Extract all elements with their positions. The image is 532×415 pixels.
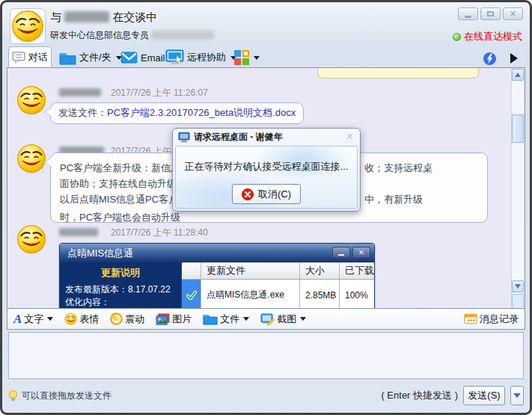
envelope-icon: [120, 52, 138, 64]
emoji-icon: [64, 313, 77, 325]
scroll-down-button[interactable]: [512, 280, 524, 292]
mis-close-button[interactable]: ✕: [352, 247, 370, 258]
redacted-signature: [151, 31, 214, 40]
toolbar-apps-button[interactable]: [234, 48, 260, 67]
mis-table-header: 更新文件 大小 已下载: [182, 262, 374, 280]
mis-window-title: 点晴MIS信息通: [67, 247, 133, 260]
folder-icon: [59, 51, 76, 65]
redacted-contact-name: [64, 11, 109, 22]
update-file-name: 点晴MIS信息通.exe: [201, 280, 300, 309]
message-history-button[interactable]: 消息记录: [464, 313, 519, 326]
scroll-up-button[interactable]: [512, 69, 524, 81]
dialog-close-button[interactable]: ✕: [346, 131, 354, 142]
mis-window-controls: ✕: [332, 247, 370, 258]
lightbulb-icon: [8, 390, 18, 402]
tab-chat[interactable]: 对话: [8, 46, 52, 68]
font-icon: A: [13, 313, 22, 325]
chevron-down-icon: [513, 393, 521, 398]
close-icon: ✕: [358, 249, 364, 256]
minimize-icon: [465, 16, 471, 18]
cancel-x-icon: [242, 188, 254, 200]
emoji-button[interactable]: 表情: [64, 313, 99, 326]
minimize-button[interactable]: [458, 7, 478, 20]
remote-desktop-icon: [165, 49, 184, 66]
history-icon: [464, 313, 477, 325]
cancel-button[interactable]: 取消(C): [232, 184, 301, 204]
screenshot-icon: [260, 313, 275, 325]
dialog-title-bar[interactable]: 请求远程桌面 - 谢健年 ✕: [173, 129, 360, 146]
chevron-down-icon: [254, 56, 260, 60]
quick-action-icon[interactable]: [483, 52, 497, 66]
message-input-area[interactable]: [8, 332, 524, 379]
toolbar-remote-assist-button[interactable]: 远程协助: [165, 48, 236, 67]
chevron-down-icon: [47, 317, 53, 321]
check-icon: [186, 291, 197, 300]
chevron-down-icon: [300, 317, 306, 321]
smiley-avatar-icon: [11, 10, 44, 43]
update-downloaded-pct: 100%: [340, 280, 374, 309]
send-button[interactable]: 发送(S): [463, 386, 505, 405]
folder-icon: [203, 313, 218, 325]
font-button[interactable]: A 文字: [13, 313, 53, 326]
scrollbar-thumb[interactable]: [512, 114, 524, 143]
nudge-icon: [110, 313, 123, 325]
close-icon: ✕: [346, 131, 354, 142]
mis-title-bar[interactable]: 点晴MIS信息通 ✕: [60, 244, 374, 262]
app-grid-icon: [234, 50, 249, 65]
mis-download-table: 更新文件 大小 已下载 点晴MIS信息通.exe 2.85MB: [181, 262, 374, 309]
bubble-tail: [45, 108, 51, 116]
message-text: 发送文件：: [58, 107, 107, 118]
window-title: 与 在交谈中: [50, 10, 157, 25]
mis-version-line: 发布最新版本：8.17.07.22: [65, 283, 176, 296]
drag-drop-hint: 可以直接拖放发送文件: [8, 390, 111, 402]
redacted-sender-name: [59, 88, 101, 96]
enter-shortcut-hint: ( Enter 快捷发送 ): [381, 389, 458, 402]
footer-bar: 可以直接拖放发送文件 ( Enter 快捷发送 ) 发送(S): [2, 381, 530, 411]
dialog-body: 正在等待对方确认接受远程桌面连接... 取消(C): [175, 146, 358, 209]
chat-scrollbar[interactable]: [511, 69, 524, 309]
send-options-button[interactable]: [510, 386, 524, 405]
online-mode-label: 在线直达模式: [464, 30, 522, 43]
file-button[interactable]: 文件: [203, 313, 249, 326]
mis-release-notes: 更新说明 发布最新版本：8.17.07.22 优化内容：: [60, 262, 181, 309]
arrow-up-icon: [515, 73, 521, 77]
image-icon: [156, 313, 170, 325]
expand-panel-arrow[interactable]: [510, 53, 518, 64]
table-row[interactable]: 点晴MIS信息通.exe 2.85MB 100%: [182, 280, 374, 309]
scrollbar-track-end: [512, 294, 524, 309]
selected-check-cell: [182, 280, 201, 309]
bubble-tail: [45, 159, 51, 166]
sender-avatar[interactable]: [16, 85, 46, 115]
message-line: 时，PC客户端也会自动升级: [60, 209, 478, 225]
window-controls: ✕: [458, 7, 523, 20]
send-controls: ( Enter 快捷发送 ) 发送(S): [381, 386, 524, 405]
chevron-down-icon: [243, 317, 249, 321]
toolbar-files-button[interactable]: 文件/夹: [59, 48, 122, 67]
redacted-sender-name: [59, 228, 98, 236]
monitor-icon: [178, 132, 190, 143]
maximize-button[interactable]: [480, 7, 501, 20]
nudge-button[interactable]: 震动: [110, 313, 144, 326]
sender-avatar[interactable]: [16, 224, 46, 254]
speech-bubble-icon: [12, 52, 25, 64]
sender-avatar[interactable]: [16, 144, 46, 173]
contact-avatar[interactable]: [10, 8, 46, 44]
mis-notes-heading: 更新说明: [65, 266, 176, 280]
toolbar-email-button[interactable]: Email: [120, 48, 165, 67]
close-icon: ✕: [510, 10, 516, 18]
mis-body: 更新说明 发布最新版本：8.17.07.22 优化内容： 更新文件 大小 已下载: [60, 262, 374, 309]
screenshot-button[interactable]: 截图: [260, 313, 306, 326]
sent-file-link[interactable]: PC客户端2.3.20170726_beta说明文档.docx: [107, 107, 296, 118]
chat-window: 与 在交谈中 研发中心信息部信息专员 ✕ 在线直达模式 对话 文件/夹 Emai…: [0, 0, 532, 415]
online-mode-status: 在线直达模式: [453, 30, 522, 43]
contact-role: 研发中心信息部信息专员: [50, 29, 214, 42]
close-button[interactable]: ✕: [503, 7, 523, 20]
minimize-icon: [338, 254, 344, 256]
title-prefix: 与: [50, 10, 61, 23]
image-button[interactable]: 图片: [156, 313, 192, 326]
message-bubble: 发送文件：PC客户端2.3.20170726_beta说明文档.docx: [50, 102, 304, 124]
message-timestamp: 2017/7/26 上午 11:26:07: [111, 87, 208, 99]
mis-optimize-line: 优化内容：: [65, 296, 176, 309]
remote-desktop-request-dialog: 请求远程桌面 - 谢健年 ✕ 正在等待对方确认接受远程桌面连接... 取消(C): [172, 128, 361, 212]
mis-minimize-button[interactable]: [332, 247, 350, 258]
